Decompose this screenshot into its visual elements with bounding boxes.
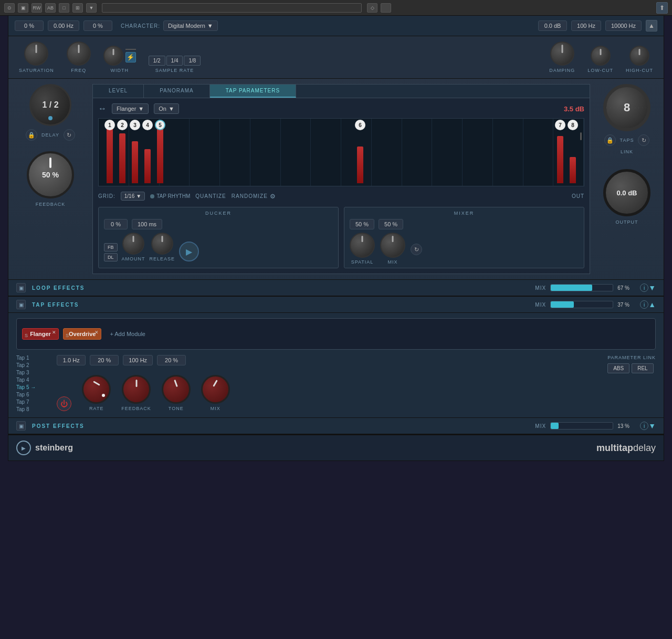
taps-lock-icon[interactable]: 🔒	[604, 134, 616, 146]
delay-knob[interactable]: 1 / 2	[29, 84, 71, 126]
tap-item-5[interactable]: 5	[157, 119, 163, 183]
os-btn-1[interactable]: ⊙	[4, 3, 15, 13]
tap-bar-3[interactable]	[132, 141, 138, 183]
tap-list-6[interactable]: Tap 6	[16, 392, 36, 397]
low-freq-display[interactable]: 100 Hz	[571, 20, 601, 31]
tap-bar-2[interactable]	[119, 133, 125, 183]
tap-item-4[interactable]: 4	[144, 119, 151, 183]
os-btn-4[interactable]: AB	[45, 3, 56, 13]
tap-list-7[interactable]: Tap 7	[16, 399, 36, 405]
tap-rhythm[interactable]: TAP RHYTHM	[150, 193, 190, 199]
loop-effects-strip[interactable]: ▣ LOOP EFFECTS MIX 67 % i ▼	[8, 279, 664, 296]
ducker-release-display[interactable]: 100 ms	[132, 219, 162, 229]
high-cut-knob[interactable]	[629, 46, 649, 66]
mixer-mix-knob[interactable]	[380, 233, 405, 258]
tab-tap-parameters[interactable]: TAP PARAMETERS	[210, 85, 296, 98]
os-btn-6[interactable]: ⊞	[72, 3, 83, 13]
dl-button[interactable]: DL	[104, 253, 118, 261]
overdrive-s[interactable]: S	[66, 333, 69, 338]
tap-number-4[interactable]: 4	[142, 120, 153, 130]
tone-knob[interactable]	[162, 375, 191, 404]
tap-bar-6[interactable]	[357, 146, 363, 183]
mixer-mix-display[interactable]: 50 %	[379, 219, 403, 229]
randomize-button[interactable]: RANDOMIZE ⚙	[232, 193, 276, 200]
spatial-knob[interactable]	[350, 233, 375, 258]
loop-info-icon[interactable]: i	[640, 284, 648, 292]
effect-feedback-knob[interactable]	[122, 375, 151, 404]
delay-sync-icon[interactable]: ↻	[64, 129, 75, 141]
sample-btn-eighth[interactable]: 1/8	[184, 56, 201, 66]
tone-display[interactable]: 100 Hz	[123, 355, 153, 365]
effect-mix-knob[interactable]	[201, 375, 230, 404]
post-info-icon[interactable]: i	[640, 422, 648, 430]
tap-bar-1[interactable]	[107, 125, 113, 183]
tap-back-arrow[interactable]: ↔	[98, 104, 107, 113]
lightning-button[interactable]: ⚡	[125, 52, 136, 62]
quantize-button[interactable]: QUANTIZE	[195, 193, 226, 199]
tap-number-3[interactable]: 3	[130, 120, 140, 130]
mix-link-icon[interactable]: ↻	[411, 244, 422, 255]
tap-item-2[interactable]: 2	[119, 119, 125, 183]
tap-info-icon[interactable]: i	[640, 300, 648, 309]
ducker-amount-display[interactable]: 0 %	[104, 219, 128, 229]
play-button[interactable]: ▶	[179, 242, 199, 261]
overdrive-close[interactable]: ✕	[94, 330, 99, 335]
saturation-display[interactable]: 0 %	[15, 20, 44, 31]
mixer-spatial-display[interactable]: 50 %	[350, 219, 374, 229]
tap-item-8[interactable]: 8	[570, 119, 576, 183]
loop-effects-arrow[interactable]: ▼	[648, 284, 656, 292]
os-btn-3[interactable]: RW	[32, 3, 42, 13]
os-diamond[interactable]: ◇	[367, 3, 377, 13]
low-cut-knob[interactable]	[591, 46, 611, 66]
effect-mix-display[interactable]: 20 %	[157, 355, 186, 365]
freq-knob[interactable]	[67, 41, 91, 66]
ducker-amount-knob[interactable]	[122, 233, 144, 255]
saturation-knob[interactable]	[24, 41, 48, 66]
tap-effects-arrow[interactable]: ▲	[648, 300, 656, 309]
loop-effects-reset[interactable]: ▣	[16, 283, 26, 292]
taps-sync-icon[interactable]: ↻	[638, 134, 649, 146]
freq-display[interactable]: 0.00 Hz	[48, 20, 79, 31]
power-button[interactable]: ⏻	[57, 396, 71, 411]
tap-number-6[interactable]: 6	[355, 120, 365, 130]
rel-button[interactable]: REL	[632, 363, 653, 373]
tap-list-8[interactable]: Tap 8	[16, 406, 36, 412]
tab-level[interactable]: LEVEL	[93, 85, 144, 98]
tap-number-1[interactable]: 1	[104, 120, 115, 130]
feedback-knob[interactable]: 50 %	[27, 151, 74, 198]
damping-knob[interactable]	[550, 41, 574, 66]
tap-effects-reset[interactable]: ▣	[16, 300, 26, 309]
tap-number-8[interactable]: 8	[568, 120, 578, 130]
rate-display[interactable]: 1.0 Hz	[57, 355, 86, 365]
os-camera[interactable]	[381, 3, 391, 13]
os-btn-2[interactable]: ▣	[18, 3, 28, 13]
width-knob[interactable]	[103, 46, 123, 66]
taps-knob[interactable]: 8	[603, 84, 650, 131]
post-effects-reset[interactable]: ▣	[16, 421, 26, 431]
tap-list-3[interactable]: Tap 3	[16, 370, 36, 375]
tap-item-3[interactable]: 3	[132, 119, 138, 183]
tap-scrollbar[interactable]	[580, 132, 582, 140]
os-btn-5[interactable]: □	[59, 3, 69, 13]
window-scroll[interactable]: ⬆	[656, 2, 668, 14]
tab-panorama[interactable]: PANORAMA	[144, 85, 210, 98]
tap-number-2[interactable]: 2	[117, 120, 128, 130]
tap-list-1[interactable]: Tap 1	[16, 355, 36, 361]
tap-bar-7[interactable]	[557, 136, 563, 183]
sample-btn-half[interactable]: 1/2	[149, 56, 165, 66]
post-effects-strip[interactable]: ▣ POST EFFECTS MIX 13 % i ▼	[8, 417, 664, 434]
flanger-s[interactable]: S	[25, 333, 28, 338]
width-display[interactable]: 0 %	[83, 20, 112, 31]
fb-button[interactable]: FB	[104, 243, 118, 252]
tap-item-1[interactable]: 1	[107, 119, 113, 183]
sample-btn-quarter[interactable]: 1/4	[166, 56, 183, 66]
flanger-module[interactable]: ✕ Flanger S	[22, 328, 59, 340]
tap-bar-8[interactable]	[570, 157, 576, 183]
character-select[interactable]: Digital Modern ▼	[163, 20, 218, 31]
tap-list-4[interactable]: Tap 4	[16, 377, 36, 383]
effect-feedback-display[interactable]: 20 %	[90, 355, 119, 365]
tap-item-6[interactable]: 6	[357, 119, 363, 183]
grid-select[interactable]: 1/16 ▼	[121, 192, 145, 201]
db-display[interactable]: 0.0 dB	[538, 20, 567, 31]
os-btn-7[interactable]: ▼	[86, 3, 97, 13]
